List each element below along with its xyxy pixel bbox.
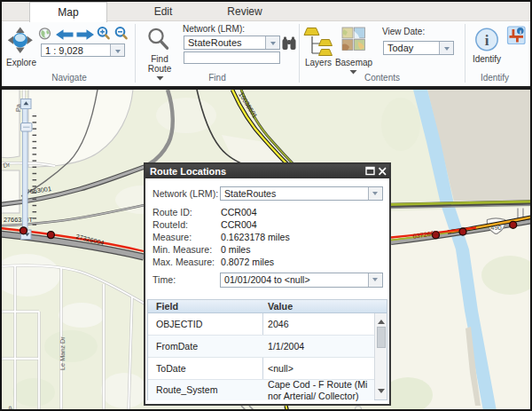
svg-text:490: 490 [490, 224, 502, 232]
svg-text:i: i [520, 28, 521, 35]
svg-text:i: i [485, 32, 489, 49]
svg-text:2766310T: 2766310T [4, 216, 33, 224]
svg-text:Le Manz Dr: Le Manz Dr [59, 336, 66, 370]
